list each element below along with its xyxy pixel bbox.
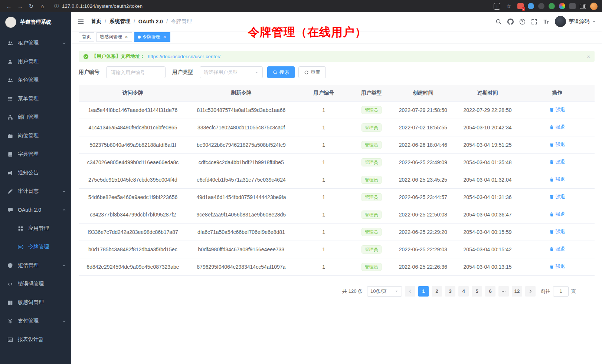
pagination-jumper: 前往页 [541,286,576,297]
share-icon[interactable]: ↑ [494,3,500,10]
pagination-page-2[interactable]: 2 [432,286,442,297]
sidebar-panel-icon[interactable] [580,4,586,9]
pagination-goto-label: 前往 [541,288,550,295]
delete-icon [549,142,554,147]
pagination-page-1[interactable]: 1 [418,286,429,297]
search-button[interactable]: 搜索 [267,66,295,78]
info-alert: 【用户体系】文档地址： https://doc.iocoder.cn/user-… [79,51,595,62]
force-logout-button[interactable]: 强退 [549,228,565,235]
sidebar-item-oauth2-token[interactable]: 令牌管理 [0,238,71,256]
extension-icon[interactable] [559,3,565,9]
sidebar-item-oauth2-app[interactable]: 应用管理 [0,219,71,238]
chevron-down-icon [62,41,66,45]
hamburger-icon[interactable] [77,18,84,25]
sidebar-item-pay[interactable]: 支付管理 [0,312,71,330]
sidebar-item-sensitive-word[interactable]: 敏感词管理 [0,293,71,312]
cell-actions: 强退 [520,171,595,188]
tab-close-icon[interactable]: × [162,34,167,39]
pagination-prev-button[interactable] [405,286,415,297]
breadcrumb-item[interactable]: 系统管理 [109,18,130,25]
sidebar-item-sms[interactable]: 短信管理 [0,256,71,275]
browser-address-bar[interactable]: ⓘ 127.0.0.1:1024/system/oauth2/token [54,3,143,10]
pagination-page-6[interactable]: 6 [485,286,495,297]
browser-home-icon[interactable]: ⌂ [38,2,47,11]
pagination-goto-input[interactable] [553,286,569,297]
tab-sensitive-word[interactable]: 敏感词管理× [96,32,132,42]
breadcrumb-item[interactable]: OAuth 2.0 [138,19,163,24]
force-logout-button[interactable]: 强退 [549,141,565,148]
user-menu[interactable]: 芋道源码 [555,16,596,27]
extension-icon[interactable] [549,3,555,9]
force-logout-button[interactable]: 强退 [549,246,565,252]
pagination-page-12[interactable]: 12 [512,286,522,297]
sidebar-item-report-designer[interactable]: 报表设计器 [0,330,71,349]
cell-user-type: 管理员 [352,241,391,258]
tab-home[interactable]: 首页 [79,32,94,42]
browser-back-icon[interactable]: ← [4,2,13,11]
sidebar-item-error-code[interactable]: 错误码管理 [0,275,71,293]
page-size-select[interactable]: 10条/页 [367,286,402,297]
sidebar-item-oauth2[interactable]: OAuth 2.0 [0,201,71,219]
browser-forward-icon[interactable]: → [16,2,24,11]
cell-create-time: 2022-07-29 21:58:50 [391,101,455,119]
browser-reload-icon[interactable]: ↻ [27,2,36,11]
cell-refresh-token: 49d1aa46d1454fbd87591444423be9fa [187,188,295,206]
search-form: 用户编号 用户类型 请选择用户类型 搜索 重置 [79,66,595,78]
user-type-select[interactable]: 请选择用户类型 [200,66,263,78]
cell-user-id: 1 [295,153,352,171]
browser-profile-avatar[interactable] [590,3,598,10]
sidebar-item-label: 报表设计器 [18,336,44,343]
cell-actions: 强退 [520,206,595,223]
extension-icon[interactable] [528,3,534,9]
sidebar-item-dict[interactable]: 字典管理 [0,145,71,163]
fullscreen-icon[interactable] [531,19,537,25]
user-id-input[interactable] [106,66,166,78]
sidebar-item-role[interactable]: 角色管理 [0,71,71,89]
breadcrumb-item[interactable]: 首页 [91,18,101,25]
force-logout-button[interactable]: 强退 [549,124,565,130]
force-logout-button[interactable]: 强退 [549,263,565,270]
force-logout-button[interactable]: 强退 [549,159,565,165]
alert-close-icon[interactable]: × [587,54,590,59]
url-text: 127.0.0.1:1024/system/oauth2/token [62,3,143,9]
pagination-page-5[interactable]: 5 [472,286,482,297]
sidebar-item-user[interactable]: 用户管理 [0,52,71,71]
pagination-page-3[interactable]: 3 [445,286,455,297]
sidebar-item-post[interactable]: 岗位管理 [0,126,71,145]
sidebar-item-dept[interactable]: 部门管理 [0,108,71,126]
cell-access-token: 502375b8040a469a9b82188afdf6af1f [79,136,187,153]
pagination-total: 共 120 条 [342,288,363,295]
force-logout-button[interactable]: 强退 [549,211,565,218]
user-type-badge: 管理员 [361,158,382,166]
reset-button[interactable]: 重置 [298,66,326,78]
sidebar-item-tenant[interactable]: 租户管理 [0,34,71,52]
site-info-icon[interactable]: ⓘ [54,3,59,10]
force-logout-button[interactable]: 强退 [549,176,565,183]
pagination-next-button[interactable] [525,286,536,297]
browser-toolbar: ↑ ☆ 0 [494,2,598,11]
search-icon [273,70,278,75]
github-icon[interactable] [507,19,514,25]
force-logout-button[interactable]: 强退 [549,193,565,200]
help-icon[interactable] [519,19,526,25]
extension-icon[interactable]: 0 [517,3,524,9]
tab-oauth2-token[interactable]: 令牌管理× [134,32,170,42]
alert-doc-link[interactable]: https://doc.iocoder.cn/user-center/ [148,54,220,59]
tab-close-icon[interactable]: × [124,34,129,39]
cell-actions: 强退 [520,241,595,258]
bookmark-star-icon[interactable]: ☆ [504,2,513,11]
force-logout-button[interactable]: 强退 [549,106,565,113]
app-logo[interactable]: 芋道管理系统 [0,12,71,32]
sidebar-item-notice[interactable]: 通知公告 [0,163,71,182]
search-icon[interactable] [495,19,502,25]
sidebar-item-menu[interactable]: 菜单管理 [0,89,71,108]
extensions-puzzle-icon[interactable] [569,3,576,9]
extension-icon[interactable] [538,3,544,9]
cell-actions: 强退 [520,101,595,119]
pagination-page-4[interactable]: 4 [458,286,469,297]
success-check-icon [83,54,89,59]
cell-expire-time: 2054-03-04 01:31:36 [455,188,520,206]
pagination-more-button[interactable] [498,286,509,297]
sidebar-item-audit-log[interactable]: 审计日志 [0,182,71,201]
font-size-icon[interactable] [543,19,549,25]
